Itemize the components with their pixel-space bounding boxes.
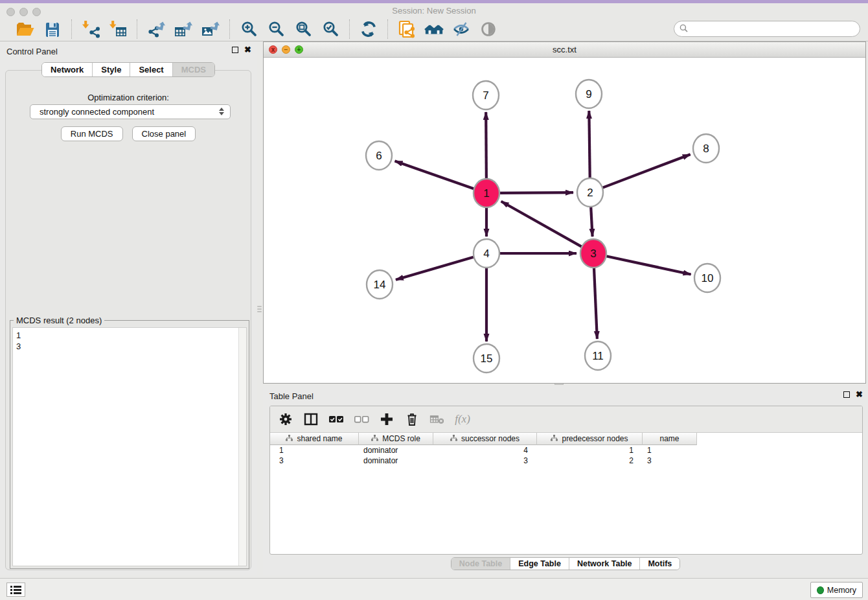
deselect-all-icon[interactable] (354, 411, 369, 427)
edge-3-11[interactable] (594, 266, 597, 339)
refresh-network-icon[interactable] (359, 19, 378, 39)
vertical-splitter-handle[interactable] (257, 301, 262, 317)
main-toolbar (0, 17, 868, 41)
attribute-icon (450, 434, 457, 443)
table-tab-edge-table[interactable]: Edge Table (510, 558, 569, 570)
status-bar: Memory (0, 578, 868, 600)
result-scrollbar[interactable] (238, 328, 246, 566)
edge-3-10[interactable] (606, 256, 691, 274)
edge-1-2[interactable] (499, 192, 573, 193)
control-panel-title: Control Panel (6, 47, 58, 56)
tab-network[interactable]: Network (42, 63, 93, 76)
node-label-10: 10 (702, 272, 714, 284)
window-title: Session: New Session (0, 6, 868, 16)
edge-2-9[interactable] (589, 111, 589, 179)
node-label-9: 9 (586, 88, 591, 100)
edge-2-3[interactable] (591, 205, 593, 237)
network-graph-canvas[interactable]: 7968124314101511 (264, 58, 865, 383)
table-panel-title: Table Panel (269, 391, 314, 401)
edge-2-8[interactable] (602, 154, 691, 188)
run-mcds-button[interactable]: Run MCDS (61, 126, 123, 141)
table-tab-motifs[interactable]: Motifs (640, 558, 680, 570)
export-table-icon[interactable] (174, 19, 193, 39)
columns-icon[interactable] (303, 411, 319, 427)
delete-table-icon (429, 411, 445, 427)
tab-style[interactable]: Style (93, 63, 130, 76)
node-label-6: 6 (376, 150, 382, 162)
column-header-shared-name[interactable]: shared name (270, 433, 359, 445)
add-row-icon[interactable] (379, 411, 394, 427)
delete-row-icon[interactable] (404, 411, 420, 427)
show-network-overview-icon[interactable] (424, 19, 444, 39)
search-box[interactable] (674, 21, 860, 37)
import-table-icon[interactable] (108, 19, 128, 39)
mcds-result-fieldset: MCDS result (2 nodes) 1 3 (10, 320, 249, 569)
network-view-window: x − + scc.txt 7968124314101511 (263, 41, 866, 384)
task-history-button[interactable] (6, 583, 25, 597)
cell-MCDS-role[interactable]: dominator (359, 445, 433, 456)
mcds-result-text[interactable]: 1 3 (12, 327, 247, 566)
cell-successor-nodes[interactable]: 4 (433, 445, 537, 456)
float-table-panel-icon[interactable] (843, 391, 850, 398)
column-header-MCDS-role[interactable]: MCDS role (359, 433, 433, 445)
table-toolbar: f(x) (270, 406, 862, 433)
node-label-8: 8 (703, 143, 709, 155)
clone-network-icon[interactable] (397, 19, 417, 39)
tab-mcds[interactable]: MCDS (173, 63, 214, 76)
close-table-panel-icon[interactable]: ✖ (856, 391, 863, 398)
export-image-icon[interactable] (201, 19, 220, 39)
cell-MCDS-role[interactable]: dominator (359, 456, 433, 466)
hide-panels-icon[interactable] (451, 19, 471, 39)
gear-icon[interactable] (278, 411, 293, 427)
network-window-titlebar[interactable]: x − + scc.txt (264, 42, 865, 58)
float-panel-icon[interactable] (232, 47, 238, 53)
export-network-icon[interactable] (146, 19, 166, 39)
select-all-icon[interactable] (328, 411, 344, 427)
zoom-out-icon[interactable] (266, 19, 286, 39)
cell-shared-name[interactable]: 3 (270, 456, 359, 466)
table-tab-node-table[interactable]: Node Table (451, 558, 510, 570)
cell-name[interactable]: 1 (643, 445, 697, 456)
save-session-icon[interactable] (43, 19, 62, 39)
cell-predecessor-nodes[interactable]: 1 (537, 445, 643, 456)
close-panel-icon[interactable]: ✖ (244, 47, 251, 53)
table-tab-network-table[interactable]: Network Table (569, 558, 641, 570)
list-icon (10, 585, 21, 594)
node-label-1: 1 (483, 187, 489, 200)
edge-1-7[interactable] (486, 112, 486, 180)
table-row[interactable]: 1dominator411 (270, 445, 862, 456)
column-header-name[interactable]: name (643, 433, 697, 445)
table-tabs: Node TableEdge TableNetwork TableMotifs (451, 557, 681, 570)
memory-button[interactable]: Memory (810, 582, 863, 598)
cell-shared-name[interactable]: 1 (270, 445, 359, 456)
mcds-panel: Optimization criterion: strongly connect… (5, 70, 251, 570)
criterion-select[interactable]: strongly connected component (30, 104, 231, 119)
memory-status-icon (817, 586, 824, 594)
zoom-in-icon[interactable] (239, 19, 258, 39)
mcds-result-title: MCDS result (2 nodes) (14, 316, 104, 325)
search-input[interactable] (691, 24, 853, 34)
search-icon (680, 23, 688, 35)
window-titlebar: Session: New Session (0, 3, 868, 17)
cell-name[interactable]: 3 (643, 456, 697, 466)
node-label-7: 7 (483, 89, 488, 102)
tab-select[interactable]: Select (130, 63, 172, 76)
edge-1-6[interactable] (395, 161, 475, 189)
zoom-selected-icon[interactable] (321, 19, 340, 39)
attribute-icon (286, 434, 293, 443)
column-header-predecessor-nodes[interactable]: predecessor nodes (537, 433, 643, 445)
control-panel: Control Panel ✖ NetworkStyleSelectMCDS O… (0, 41, 257, 575)
table-row[interactable]: 3dominator323 (270, 456, 862, 466)
edge-4-14[interactable] (396, 257, 474, 280)
open-session-icon[interactable] (16, 19, 35, 39)
column-header-successor-nodes[interactable]: successor nodes (433, 433, 537, 445)
cell-predecessor-nodes[interactable]: 2 (537, 456, 643, 466)
import-network-icon[interactable] (81, 19, 100, 39)
edge-3-1[interactable] (501, 202, 582, 247)
node-label-14: 14 (374, 279, 386, 291)
cell-successor-nodes[interactable]: 3 (433, 456, 537, 466)
node-table: f(x) shared nameMCDS rolesuccessor nodes… (269, 406, 863, 555)
zoom-fit-icon[interactable] (293, 19, 313, 39)
toggle-bird-view-icon[interactable] (479, 19, 498, 39)
close-panel-button[interactable]: Close panel (132, 126, 196, 141)
